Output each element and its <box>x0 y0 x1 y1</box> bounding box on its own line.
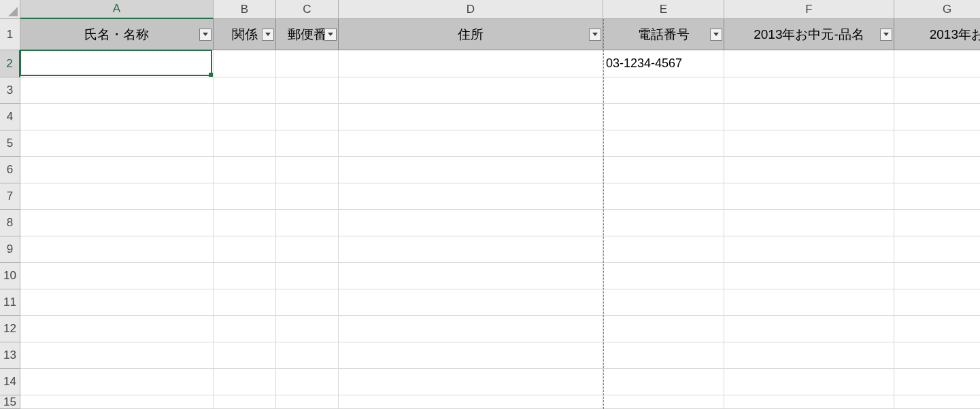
cell-C13[interactable] <box>276 342 339 369</box>
cell-F3[interactable] <box>724 77 894 104</box>
cell-F2[interactable] <box>724 50 894 77</box>
cell-A13[interactable] <box>20 342 214 369</box>
cell-C1[interactable]: 郵便番 <box>276 19 339 50</box>
cell-E10[interactable] <box>603 263 724 289</box>
cell-D14[interactable] <box>339 369 603 395</box>
cell-A5[interactable] <box>20 130 214 157</box>
cell-C4[interactable] <box>276 104 339 130</box>
cell-F11[interactable] <box>724 289 894 316</box>
column-header-G[interactable]: G <box>894 0 980 19</box>
cell-G2[interactable] <box>894 50 980 77</box>
cell-E6[interactable] <box>603 157 724 183</box>
cell-F1[interactable]: 2013年お中元-品名 <box>724 19 894 50</box>
cell-C5[interactable] <box>276 130 339 157</box>
cell-A14[interactable] <box>20 369 214 395</box>
cell-G13[interactable] <box>894 342 980 369</box>
cell-E11[interactable] <box>603 289 724 316</box>
cell-B15[interactable] <box>214 395 276 409</box>
cell-C7[interactable] <box>276 183 339 210</box>
row-header-14[interactable]: 14 <box>0 369 20 395</box>
cell-A15[interactable] <box>20 395 214 409</box>
cell-D5[interactable] <box>339 130 603 157</box>
cell-B2[interactable] <box>214 50 276 77</box>
filter-button[interactable] <box>710 29 722 41</box>
select-all-corner[interactable] <box>0 0 20 19</box>
cell-B1[interactable]: 関係 <box>214 19 276 50</box>
cell-A8[interactable] <box>20 210 214 236</box>
cell-A1[interactable]: 氏名・名称 <box>20 19 214 50</box>
row-header-4[interactable]: 4 <box>0 104 20 130</box>
cell-F13[interactable] <box>724 342 894 369</box>
cell-G14[interactable] <box>894 369 980 395</box>
cell-D3[interactable] <box>339 77 603 104</box>
cell-D15[interactable] <box>339 395 603 409</box>
cell-G8[interactable] <box>894 210 980 236</box>
cell-F15[interactable] <box>724 395 894 409</box>
cell-D4[interactable] <box>339 104 603 130</box>
filter-button[interactable] <box>589 29 601 41</box>
cell-C15[interactable] <box>276 395 339 409</box>
row-header-8[interactable]: 8 <box>0 210 20 236</box>
cell-B7[interactable] <box>214 183 276 210</box>
row-header-2[interactable]: 2 <box>0 50 20 77</box>
cell-G7[interactable] <box>894 183 980 210</box>
row-header-11[interactable]: 11 <box>0 289 20 316</box>
cell-F4[interactable] <box>724 104 894 130</box>
cell-A11[interactable] <box>20 289 214 316</box>
cell-G9[interactable] <box>894 236 980 263</box>
cell-G12[interactable] <box>894 316 980 342</box>
cell-G11[interactable] <box>894 289 980 316</box>
column-header-A[interactable]: A <box>20 0 214 19</box>
row-header-10[interactable]: 10 <box>0 263 20 289</box>
cell-D12[interactable] <box>339 316 603 342</box>
cell-F8[interactable] <box>724 210 894 236</box>
cell-C9[interactable] <box>276 236 339 263</box>
cell-B12[interactable] <box>214 316 276 342</box>
cell-E7[interactable] <box>603 183 724 210</box>
cell-E5[interactable] <box>603 130 724 157</box>
cell-E15[interactable] <box>603 395 724 409</box>
cell-F7[interactable] <box>724 183 894 210</box>
cell-D7[interactable] <box>339 183 603 210</box>
cell-F9[interactable] <box>724 236 894 263</box>
cell-E4[interactable] <box>603 104 724 130</box>
cell-E3[interactable] <box>603 77 724 104</box>
row-header-7[interactable]: 7 <box>0 183 20 210</box>
cell-D2[interactable] <box>339 50 603 77</box>
column-header-E[interactable]: E <box>603 0 724 19</box>
column-header-F[interactable]: F <box>724 0 894 19</box>
row-header-15[interactable]: 15 <box>0 395 20 409</box>
cell-A2[interactable] <box>20 50 214 77</box>
cell-B5[interactable] <box>214 130 276 157</box>
cell-D6[interactable] <box>339 157 603 183</box>
cell-D1[interactable]: 住所 <box>339 19 603 50</box>
cell-C12[interactable] <box>276 316 339 342</box>
cell-C14[interactable] <box>276 369 339 395</box>
row-header-5[interactable]: 5 <box>0 130 20 157</box>
cell-F6[interactable] <box>724 157 894 183</box>
cell-B10[interactable] <box>214 263 276 289</box>
cell-D11[interactable] <box>339 289 603 316</box>
column-header-C[interactable]: C <box>276 0 339 19</box>
cell-E2[interactable]: 03-1234-4567 <box>603 50 724 77</box>
cell-E13[interactable] <box>603 342 724 369</box>
cell-A6[interactable] <box>20 157 214 183</box>
cell-D13[interactable] <box>339 342 603 369</box>
cell-C10[interactable] <box>276 263 339 289</box>
cell-C2[interactable] <box>276 50 339 77</box>
filter-button[interactable] <box>262 29 274 41</box>
column-header-D[interactable]: D <box>339 0 603 19</box>
cell-G6[interactable] <box>894 157 980 183</box>
filter-button[interactable] <box>199 29 212 41</box>
cell-B6[interactable] <box>214 157 276 183</box>
cell-C11[interactable] <box>276 289 339 316</box>
column-header-B[interactable]: B <box>214 0 276 19</box>
row-header-13[interactable]: 13 <box>0 342 20 369</box>
cell-B9[interactable] <box>214 236 276 263</box>
cell-A3[interactable] <box>20 77 214 104</box>
cell-A9[interactable] <box>20 236 214 263</box>
cell-C6[interactable] <box>276 157 339 183</box>
cell-A12[interactable] <box>20 316 214 342</box>
cell-B14[interactable] <box>214 369 276 395</box>
cell-F12[interactable] <box>724 316 894 342</box>
